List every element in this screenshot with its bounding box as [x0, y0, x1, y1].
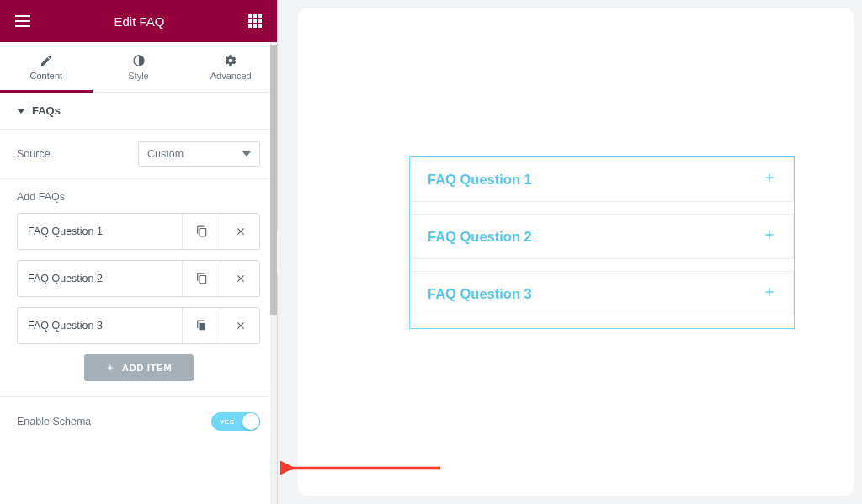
faq-item-title[interactable]: FAQ Question 2 [18, 261, 182, 296]
toggle-knob [242, 413, 259, 430]
tab-advanced[interactable]: Advanced [184, 42, 277, 92]
svg-rect-10 [253, 24, 257, 28]
apps-icon[interactable] [248, 14, 262, 28]
add-faqs-subsection: Add FAQs FAQ Question 1 FAQ Question 2 F… [0, 179, 277, 397]
enable-schema-toggle[interactable]: YES [211, 412, 260, 431]
faq-question[interactable]: FAQ Question 3 [410, 271, 794, 316]
svg-rect-2 [15, 25, 30, 27]
faq-spacer [410, 202, 794, 214]
tab-style-label: Style [128, 71, 148, 81]
faq-item-row: FAQ Question 3 [17, 307, 260, 344]
source-label: Source [17, 148, 51, 160]
preview-area: FAQ Question 1 FAQ Question 2 FAQ Questi… [278, 0, 862, 504]
remove-button[interactable] [221, 261, 259, 296]
close-icon [235, 225, 247, 237]
tab-content-label: Content [30, 71, 63, 81]
enable-schema-label: Enable Schema [17, 416, 91, 427]
tab-style[interactable]: Style [93, 42, 185, 92]
add-item-button[interactable]: ADD ITEM [84, 354, 194, 381]
source-dropdown[interactable]: Custom [138, 141, 260, 167]
svg-rect-5 [258, 14, 262, 18]
close-icon [235, 320, 247, 332]
faq-spacer [410, 259, 794, 271]
editor-tabs: Content Style Advanced [0, 42, 277, 93]
svg-rect-1 [15, 20, 30, 22]
scrollbar-thumb[interactable] [270, 45, 277, 315]
panel-header: Edit FAQ [0, 0, 277, 42]
source-dropdown-value: Custom [147, 148, 184, 160]
svg-rect-4 [253, 14, 257, 18]
editor-sidebar: Edit FAQ Content Style Advanced FAQs Sou… [0, 0, 278, 504]
section-faqs-header[interactable]: FAQs [0, 93, 277, 130]
faq-question-title: FAQ Question 1 [428, 172, 532, 188]
plus-icon [105, 363, 115, 373]
tab-advanced-label: Advanced [210, 71, 252, 81]
menu-icon[interactable] [15, 15, 30, 27]
svg-rect-0 [15, 15, 30, 17]
svg-rect-6 [248, 19, 252, 23]
copy-icon [196, 273, 208, 284]
sidebar-scrollbar[interactable] [270, 42, 277, 504]
svg-rect-7 [253, 19, 257, 23]
tab-content[interactable]: Content [0, 42, 93, 92]
source-row: Source Custom [0, 130, 277, 179]
svg-rect-3 [248, 14, 252, 18]
caret-down-icon [17, 107, 25, 115]
svg-rect-8 [258, 19, 262, 23]
faq-widget[interactable]: FAQ Question 1 FAQ Question 2 FAQ Questi… [409, 156, 795, 329]
svg-rect-11 [258, 24, 262, 28]
add-faqs-label: Add FAQs [17, 191, 260, 203]
faq-item-row: FAQ Question 1 [17, 213, 260, 250]
enable-schema-row: Enable Schema YES [0, 397, 277, 446]
toggle-yes-label: YES [220, 418, 235, 426]
svg-rect-9 [248, 24, 252, 28]
remove-button[interactable] [221, 214, 259, 249]
copy-icon [196, 320, 208, 332]
faq-spacer [410, 316, 794, 328]
copy-icon [196, 225, 208, 237]
expand-icon [763, 228, 776, 245]
close-icon [235, 273, 247, 284]
expand-icon [763, 171, 776, 188]
faq-item-title[interactable]: FAQ Question 3 [18, 308, 182, 343]
add-item-label: ADD ITEM [122, 363, 173, 373]
faq-question[interactable]: FAQ Question 2 [410, 214, 794, 259]
preview-canvas[interactable]: FAQ Question 1 FAQ Question 2 FAQ Questi… [298, 8, 854, 496]
chevron-down-icon [242, 150, 251, 158]
duplicate-button[interactable] [182, 308, 221, 343]
faq-question[interactable]: FAQ Question 1 [410, 157, 794, 202]
section-faqs-title: FAQs [32, 104, 61, 117]
remove-button[interactable] [221, 308, 259, 343]
faq-item-title[interactable]: FAQ Question 1 [18, 214, 182, 249]
expand-icon [763, 285, 776, 302]
faq-item-row: FAQ Question 2 [17, 260, 260, 297]
faq-question-title: FAQ Question 3 [428, 286, 532, 302]
panel-title: Edit FAQ [114, 14, 164, 29]
duplicate-button[interactable] [182, 261, 221, 296]
duplicate-button[interactable] [182, 214, 221, 249]
faq-question-title: FAQ Question 2 [428, 229, 532, 245]
